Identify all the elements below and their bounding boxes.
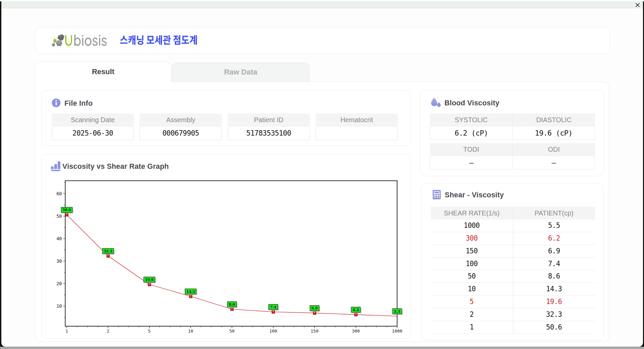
shear-col-header: SHEAR RATE(1/s) xyxy=(431,207,513,219)
file-field-scanning-date: Scanning Date2025-06-30 xyxy=(52,113,134,140)
shear-row-300: 3006.2 xyxy=(431,232,595,245)
desktop-background: Result Raw Data File Info Scanning Date2… xyxy=(0,0,644,349)
close-icon xyxy=(635,2,640,8)
field-value xyxy=(316,126,398,140)
field-label: Assembly xyxy=(140,113,222,126)
svg-text:32.3: 32.3 xyxy=(104,249,112,253)
blood-header-row: TODIODI xyxy=(430,143,595,156)
app-window: Result Raw Data File Info Scanning Date2… xyxy=(1,0,643,347)
svg-text:10: 10 xyxy=(56,303,62,309)
svg-text:19.6: 19.6 xyxy=(145,278,154,282)
blood-value-diastolic: 19.6 (cP) xyxy=(513,127,595,140)
svg-text:1000: 1000 xyxy=(392,329,402,334)
blood-col-todi: TODI xyxy=(430,143,513,156)
svg-text:30: 30 xyxy=(56,258,62,264)
shear-rate-cell: 50 xyxy=(431,270,513,283)
svg-text:50: 50 xyxy=(229,329,235,334)
patient-viscosity-cell: 50.6 xyxy=(513,321,595,334)
svg-text:60: 60 xyxy=(56,191,62,196)
shear-row-50: 508.6 xyxy=(431,270,595,283)
field-value: 2025-06-30 xyxy=(52,126,134,140)
patient-viscosity-cell: 8.6 xyxy=(513,270,595,283)
blood-value-todi: – xyxy=(430,156,513,169)
svg-text:50: 50 xyxy=(56,213,62,219)
svg-text:8.6: 8.6 xyxy=(229,302,235,306)
field-value: 51783535100 xyxy=(228,126,310,140)
shear-row-2: 232.3 xyxy=(431,308,595,321)
file-field-assembly: Assembly000679905 xyxy=(140,113,222,140)
svg-text:6.2: 6.2 xyxy=(353,308,359,312)
svg-text:5: 5 xyxy=(148,329,151,334)
svg-text:7.4: 7.4 xyxy=(270,305,276,309)
shear-rate-cell: 150 xyxy=(431,245,513,257)
shear-row-5: 519.6 xyxy=(431,296,595,308)
svg-text:14.3: 14.3 xyxy=(186,290,195,294)
blood-viscosity-title: Blood Viscosity xyxy=(444,99,499,107)
tab-result[interactable]: Result xyxy=(35,62,171,82)
svg-text:20: 20 xyxy=(56,281,62,286)
shear-header-row: SHEAR RATE(1/s)PATIENT(cp) xyxy=(431,207,595,219)
svg-text:150: 150 xyxy=(311,329,318,334)
patient-viscosity-cell: 5.5 xyxy=(513,219,595,232)
shear-rate-cell: 1000 xyxy=(431,219,513,232)
viscosity-graph-card: Viscosity vs Shear Rate Graph 1251050100… xyxy=(41,154,411,339)
blood-value-odi: – xyxy=(513,156,595,169)
file-field-hematocrit: Hematocrit xyxy=(316,113,398,140)
file-field-patient-id: Patient ID51783535100 xyxy=(228,113,310,140)
svg-text:300: 300 xyxy=(352,329,360,334)
blood-value-row: 6.2 (cP)19.6 (cP) xyxy=(430,126,595,140)
shear-row-10: 1014.3 xyxy=(431,283,595,296)
close-button[interactable] xyxy=(635,2,640,8)
patient-viscosity-cell: 6.9 xyxy=(513,245,595,257)
svg-text:2: 2 xyxy=(107,329,109,334)
shear-rate-cell: 2 xyxy=(431,308,513,321)
blood-col-odi: ODI xyxy=(513,143,595,156)
ubiosis-logo-text xyxy=(65,34,107,46)
patient-viscosity-cell: 32.3 xyxy=(513,308,595,321)
field-label: Scanning Date xyxy=(52,113,134,126)
app-title xyxy=(119,35,200,47)
tab-raw-data[interactable]: Raw Data xyxy=(172,62,310,82)
result-tab-panel: File Info Scanning Date2025-06-30Assembl… xyxy=(35,82,609,342)
patient-viscosity-cell: 14.3 xyxy=(513,283,595,295)
svg-text:100: 100 xyxy=(269,329,277,334)
window-titlebar xyxy=(1,1,643,8)
viscosity-shear-rate-chart: 1251050100150300100010203040506050.632.3… xyxy=(42,154,411,339)
shear-viscosity-card: Shear - Viscosity SHEAR RATE(1/s)PATIENT… xyxy=(421,183,604,340)
shear-rate-cell: 10 xyxy=(431,283,513,295)
svg-text:40: 40 xyxy=(56,236,62,241)
patient-viscosity-cell: 6.2 xyxy=(513,232,595,245)
ubiosis-logo-mark xyxy=(52,34,64,47)
calculator-icon xyxy=(433,190,441,199)
file-info-card: File Info Scanning Date2025-06-30Assembl… xyxy=(41,90,411,146)
shear-rate-cell: 100 xyxy=(431,258,513,270)
patient-viscosity-cell: 7.4 xyxy=(513,258,595,270)
shear-rate-cell: 1 xyxy=(431,321,513,334)
blood-viscosity-card: Blood Viscosity SYSTOLICDIASTOLIC6.2 (cP… xyxy=(420,90,604,176)
header-card xyxy=(35,27,610,54)
svg-text:1: 1 xyxy=(65,329,68,334)
taskbar-strip xyxy=(0,347,644,349)
svg-text:5.5: 5.5 xyxy=(394,309,400,313)
shear-rate-cell: 300 xyxy=(431,232,513,245)
shear-col-header: PATIENT(cp) xyxy=(513,207,595,219)
blood-header-row: SYSTOLICDIASTOLIC xyxy=(430,113,595,126)
shear-row-100: 1007.4 xyxy=(431,258,595,270)
shear-viscosity-title: Shear - Viscosity xyxy=(445,191,504,199)
blood-drop-icon xyxy=(430,97,442,108)
patient-viscosity-cell: 19.6 xyxy=(513,296,595,308)
shear-row-1: 150.6 xyxy=(431,321,595,334)
blood-value-row: –– xyxy=(430,156,595,169)
svg-text:10: 10 xyxy=(188,329,194,334)
field-label: Hematocrit xyxy=(316,113,398,126)
field-label: Patient ID xyxy=(228,113,310,126)
blood-col-diastolic: DIASTOLIC xyxy=(513,113,595,126)
svg-text:6.9: 6.9 xyxy=(312,306,318,310)
shear-row-1000: 10005.5 xyxy=(431,219,595,232)
blood-value-systolic: 6.2 (cP) xyxy=(430,127,513,140)
blood-col-systolic: SYSTOLIC xyxy=(430,113,513,126)
file-info-fields: Scanning Date2025-06-30Assembly000679905… xyxy=(42,91,411,146)
svg-text:50.6: 50.6 xyxy=(62,208,71,212)
shear-rate-cell: 5 xyxy=(431,296,513,308)
field-value: 000679905 xyxy=(140,126,222,140)
